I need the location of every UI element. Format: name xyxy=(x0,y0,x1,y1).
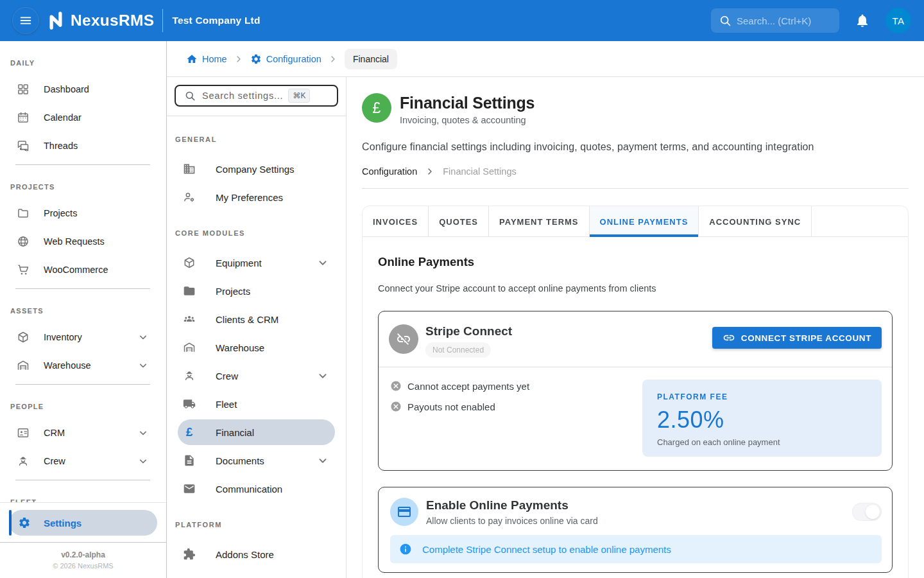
settings-nav-my-preferences[interactable]: My Preferences xyxy=(178,184,335,210)
chevron-down-icon xyxy=(137,331,150,344)
threads-icon xyxy=(17,139,30,152)
hamburger-icon xyxy=(19,13,33,28)
chevron-down-icon xyxy=(316,453,330,468)
settings-nav-projects[interactable]: Projects xyxy=(178,278,335,304)
main-content: £ Financial Settings Invoicing, quotes &… xyxy=(346,77,924,578)
tab-invoices[interactable]: INVOICES xyxy=(363,206,429,237)
page-breadcrumb-parent[interactable]: Configuration xyxy=(362,166,417,177)
puzzle-icon xyxy=(183,548,196,561)
section-label-projects: PROJECTS xyxy=(0,180,166,193)
header-divider xyxy=(362,188,909,189)
people-group-icon xyxy=(183,313,196,326)
user-avatar[interactable]: TA xyxy=(886,8,911,33)
truck-icon xyxy=(183,398,196,410)
tab-accounting-sync[interactable]: ACCOUNTING SYNC xyxy=(699,206,812,237)
page-title: Financial Settings xyxy=(400,93,535,112)
page-subtitle: Invoicing, quotes & accounting xyxy=(400,115,535,125)
sidebar-footer-divider xyxy=(0,542,166,543)
global-search-placeholder: Search... (Ctrl+K) xyxy=(737,15,811,26)
platform-fee-caption: Charged on each online payment xyxy=(657,437,867,447)
section-label-fleet: FLEET xyxy=(0,496,166,502)
sidebar-item-warehouse[interactable]: Warehouse xyxy=(0,351,166,380)
settings-nav-warehouse[interactable]: Warehouse xyxy=(178,335,335,360)
group-label-platform: PLATFORM xyxy=(167,518,346,531)
status-row-payouts: Payouts not enabled xyxy=(390,399,642,414)
box-icon xyxy=(183,256,196,269)
group-label-general: GENERAL xyxy=(167,133,346,146)
connect-stripe-button[interactable]: CONNECT STRIPE ACCOUNT xyxy=(712,327,882,349)
page-breadcrumb: Configuration Financial Settings xyxy=(362,166,909,177)
building-icon xyxy=(183,162,196,175)
settings-nav-fleet[interactable]: Fleet xyxy=(178,391,335,417)
global-search[interactable]: Search... (Ctrl+K) xyxy=(711,8,839,33)
stripe-status-badge: Not Connected xyxy=(425,342,491,358)
section-heading: Online Payments xyxy=(378,255,893,269)
sidebar-item-dashboard[interactable]: Dashboard xyxy=(0,75,166,103)
envelope-icon xyxy=(183,482,196,495)
section-label-assets: ASSETS xyxy=(0,304,166,317)
settings-nav-crew[interactable]: Crew xyxy=(178,363,335,389)
engineer-icon xyxy=(17,455,30,468)
settings-nav-communication[interactable]: Communication xyxy=(178,476,335,502)
link-off-icon xyxy=(396,331,411,347)
warehouse-icon xyxy=(17,359,30,372)
sidebar-item-projects[interactable]: Projects xyxy=(0,199,166,227)
person-gear-icon xyxy=(183,191,196,204)
sidebar-item-woocommerce[interactable]: WooCommerce xyxy=(0,256,166,284)
notifications-button[interactable] xyxy=(848,6,877,35)
brand-name: NexusRMS xyxy=(71,12,154,30)
settings-nav-addons-store[interactable]: Addons Store xyxy=(178,541,335,567)
enable-subtitle: Allow clients to pay invoices online via… xyxy=(426,516,598,526)
section-description: Connect your Stripe account to accept on… xyxy=(378,282,893,295)
settings-nav-clients-crm[interactable]: Clients & CRM xyxy=(178,306,335,332)
gear-icon xyxy=(250,53,262,65)
breadcrumb-home[interactable]: Home xyxy=(186,53,227,65)
sidebar-item-web-requests[interactable]: Web Requests xyxy=(0,227,166,256)
sidebar-item-inventory[interactable]: Inventory xyxy=(0,323,166,351)
sidebar-item-settings[interactable]: Settings xyxy=(9,510,157,536)
settings-card: INVOICES QUOTES PAYMENT TERMS ONLINE PAY… xyxy=(362,206,909,578)
stripe-title: Stripe Connect xyxy=(425,324,512,338)
search-icon xyxy=(719,14,732,27)
credit-card-icon xyxy=(397,504,412,520)
contact-card-icon xyxy=(17,426,30,439)
home-icon xyxy=(186,53,198,65)
cart-icon xyxy=(17,263,30,276)
chevron-down-icon xyxy=(316,256,330,270)
settings-nav: Search settings... ⌘K GENERAL Company Se… xyxy=(167,77,346,578)
enable-payments-toggle[interactable] xyxy=(852,503,882,521)
platform-fee-label: PLATFORM FEE xyxy=(657,392,867,401)
settings-nav-company-settings[interactable]: Company Settings xyxy=(178,156,335,182)
topbar-divider xyxy=(162,9,163,32)
chevron-right-icon xyxy=(234,54,244,64)
group-label-core-modules: CORE MODULES xyxy=(167,227,346,240)
sidebar-item-calendar[interactable]: Calendar xyxy=(0,103,166,132)
platform-fee-panel: PLATFORM FEE 2.50% Charged on each onlin… xyxy=(642,380,882,457)
sidebar-item-crew[interactable]: Crew xyxy=(0,447,166,475)
breadcrumb-current: Financial xyxy=(345,49,397,69)
settings-search-input[interactable]: Search settings... ⌘K xyxy=(175,85,338,107)
tab-bar: INVOICES QUOTES PAYMENT TERMS ONLINE PAY… xyxy=(363,206,908,237)
tab-quotes[interactable]: QUOTES xyxy=(429,206,489,237)
enable-payments-card: Enable Online Payments Allow clients to … xyxy=(378,487,893,573)
status-row-payments: Cannot accept payments yet xyxy=(390,378,642,394)
menu-button[interactable] xyxy=(13,8,38,33)
platform-fee-value: 2.50% xyxy=(657,409,867,431)
sidebar-item-crm[interactable]: CRM xyxy=(0,419,166,447)
settings-nav-documents[interactable]: Documents xyxy=(178,448,335,473)
chevron-down-icon xyxy=(137,426,150,439)
settings-nav-equipment[interactable]: Equipment xyxy=(178,250,335,276)
section-label-daily: DAILY xyxy=(0,57,166,69)
tab-payment-terms[interactable]: PAYMENT TERMS xyxy=(489,206,590,237)
engineer-icon xyxy=(183,369,196,382)
main-sidebar: DAILY Dashboard Calendar Threads PROJECT… xyxy=(0,41,167,578)
breadcrumb-configuration[interactable]: Configuration xyxy=(250,53,321,65)
sidebar-item-threads[interactable]: Threads xyxy=(0,132,166,160)
info-icon xyxy=(399,543,412,556)
tab-online-payments[interactable]: ONLINE PAYMENTS xyxy=(590,206,699,237)
app-version: v0.2.0-alpha xyxy=(0,550,166,559)
settings-search-placeholder: Search settings... xyxy=(202,91,283,101)
settings-nav-financial[interactable]: £Financial xyxy=(178,419,335,445)
breadcrumb: Home Configuration Financial xyxy=(167,41,924,77)
warehouse-icon xyxy=(183,341,196,354)
